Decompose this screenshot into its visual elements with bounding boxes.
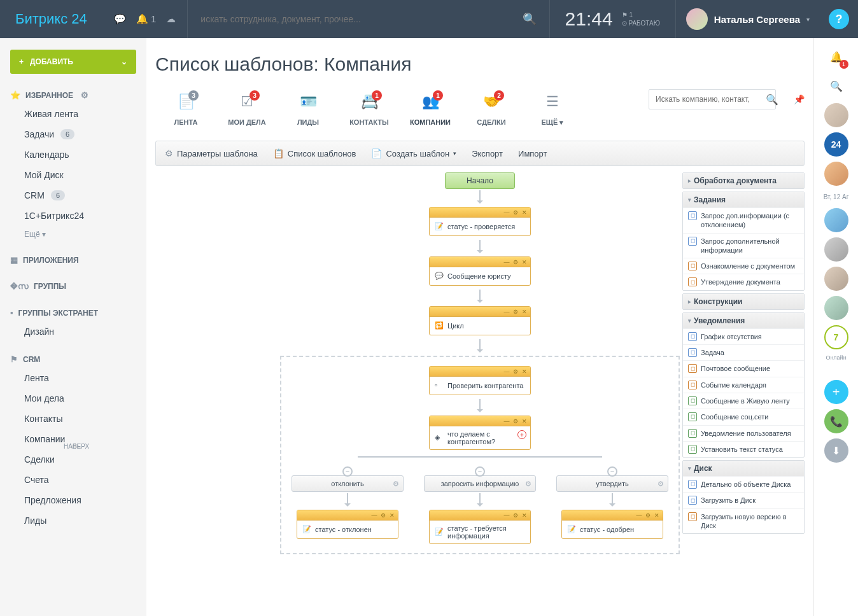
b24-icon[interactable]: 24: [824, 132, 848, 157]
notifications-icon[interactable]: 🔔1: [824, 45, 848, 69]
gear-icon[interactable]: ⚙: [512, 512, 519, 519]
bell-icon[interactable]: 🔔 1: [136, 13, 157, 25]
gear-icon[interactable]: ⚙: [512, 309, 519, 315]
workflow-node[interactable]: —⚙✕📝статус - требуется информация: [429, 510, 531, 544]
close-icon[interactable]: ✕: [521, 368, 528, 375]
workflow-node[interactable]: —⚙✕📝статус - отклонен: [297, 510, 398, 539]
gear-icon[interactable]: ⚙: [512, 418, 519, 424]
branch-remove-icon[interactable]: −: [475, 466, 485, 477]
toolbar-item[interactable]: Импорт: [518, 149, 547, 158]
sidebar-item[interactable]: Мой Диск: [0, 165, 146, 185]
palette-section-header[interactable]: ▾Уведомления: [683, 313, 804, 328]
user-menu[interactable]: Наталья Сергеева ▾: [676, 8, 820, 30]
condition-node[interactable]: —⚙✕◈что делаем с контрагентом?+: [429, 416, 531, 450]
workflow-node[interactable]: —⚙✕🔁Цикл: [429, 306, 531, 335]
sidebar-item[interactable]: Задачи6: [0, 124, 146, 144]
contact-avatar[interactable]: [824, 162, 848, 186]
add-branch-icon[interactable]: +: [517, 430, 526, 439]
crm-tab[interactable]: 🪪ЛИДЫ: [278, 89, 339, 131]
minimize-icon[interactable]: —: [503, 309, 510, 315]
branch-node[interactable]: утвердить⚙: [556, 475, 668, 492]
branch-node[interactable]: запросить информацию⚙: [424, 475, 536, 492]
logo[interactable]: Битрикс 24: [0, 11, 102, 27]
palette-section-header[interactable]: ▾Диск: [683, 461, 804, 476]
palette-item[interactable]: ◻Загрузить в Диск: [683, 492, 804, 508]
sidebar-item[interactable]: Лента: [0, 368, 146, 388]
crm-tab[interactable]: ☰ЕЩЁ ▾: [522, 89, 583, 131]
close-icon[interactable]: ✕: [521, 418, 528, 424]
crm-tab[interactable]: 👥КОМПАНИИ1: [400, 89, 461, 131]
palette-item[interactable]: ◻Уведомление пользователя: [683, 425, 804, 441]
add-button[interactable]: + ДОБАВИТЬ ⌄: [10, 50, 136, 74]
crm-tab[interactable]: ☑МОИ ДЕЛА3: [216, 89, 278, 131]
palette-section-header[interactable]: ▸Конструкции: [683, 294, 804, 309]
phone-icon[interactable]: 📞: [824, 409, 848, 433]
close-icon[interactable]: ✕: [521, 209, 528, 216]
sidebar-item[interactable]: Дизайн: [0, 321, 146, 342]
palette-item[interactable]: ◻Задача: [683, 344, 804, 360]
search-icon[interactable]: 🔍: [766, 94, 778, 106]
palette-item[interactable]: ◻График отсутствия: [683, 328, 804, 344]
close-icon[interactable]: ✕: [521, 512, 528, 519]
sidebar-item[interactable]: Предложения: [0, 490, 146, 510]
sidebar-section-title[interactable]: ⚑CRM: [0, 351, 146, 368]
contact-avatar[interactable]: [824, 267, 848, 291]
toolbar-item[interactable]: 📋Список шаблонов: [273, 148, 356, 158]
sidebar-item[interactable]: CRM6: [0, 185, 146, 206]
palette-item[interactable]: ◻Событие календаря: [683, 377, 804, 393]
branch-remove-icon[interactable]: −: [607, 466, 617, 477]
palette-item[interactable]: ◻Запрос доп.информации (с отклонением): [683, 207, 804, 233]
sidebar-item[interactable]: Контакты: [0, 409, 146, 429]
clock-widget[interactable]: 21:44 ⚑ 1 ⊙ РАБОТАЮ: [550, 8, 675, 30]
gear-icon[interactable]: ⚙: [81, 90, 88, 100]
minimize-icon[interactable]: —: [636, 512, 642, 519]
gear-icon[interactable]: ⚙: [393, 480, 399, 488]
gear-icon[interactable]: ⚙: [525, 480, 531, 488]
branch-node[interactable]: отклонить⚙: [292, 475, 404, 492]
sidebar-item[interactable]: Мои дела: [0, 388, 146, 409]
download-icon[interactable]: ⬇: [824, 438, 848, 463]
close-icon[interactable]: ✕: [521, 309, 528, 315]
contact-avatar[interactable]: [824, 103, 848, 127]
workflow-node[interactable]: —⚙✕📝статус - проверяется: [429, 207, 531, 236]
minimize-icon[interactable]: —: [503, 512, 510, 519]
gear-icon[interactable]: ⚙: [645, 512, 651, 519]
palette-section-header[interactable]: ▸Обработка документа: [683, 173, 804, 188]
sidebar-section-title[interactable]: ▦ПРИЛОЖЕНИЯ: [0, 251, 146, 269]
online-count[interactable]: 7: [824, 325, 848, 349]
search-input[interactable]: [200, 14, 516, 24]
palette-item[interactable]: ◻Утверждение документа: [683, 274, 804, 290]
minimize-icon[interactable]: —: [503, 418, 510, 424]
toolbar-item[interactable]: ⚙Параметры шаблона: [165, 148, 258, 158]
sidebar-section-title[interactable]: ▪ГРУППЫ ЭКСТРАНЕТ: [0, 304, 146, 321]
crm-search-input[interactable]: [649, 89, 776, 109]
sidebar-item[interactable]: 1С+Битрикс24: [0, 206, 146, 226]
back-to-top[interactable]: НАВЕРХ: [64, 443, 89, 450]
start-node[interactable]: Начало: [445, 172, 515, 189]
branch-remove-icon[interactable]: −: [342, 466, 353, 477]
minimize-icon[interactable]: —: [503, 209, 510, 216]
palette-item[interactable]: ◻Детально об объекте Диска: [683, 476, 804, 492]
cloud-icon[interactable]: ☁: [166, 13, 176, 25]
toolbar-item[interactable]: 📄Создать шаблон ▾: [371, 148, 456, 158]
gear-icon[interactable]: ⚙: [512, 368, 519, 375]
crm-tab[interactable]: 📇КОНТАКТЫ1: [339, 89, 400, 131]
crm-tab[interactable]: 🤝СДЕЛКИ2: [461, 89, 522, 131]
sidebar-section-title[interactable]: �സГРУППЫ: [0, 277, 146, 295]
palette-item[interactable]: ◻Ознакомление с документом: [683, 258, 804, 274]
palette-item[interactable]: ◻Запрос дополнительной информации: [683, 233, 804, 258]
contact-avatar[interactable]: [824, 296, 848, 320]
workflow-node[interactable]: —⚙✕💬Сообщение юристу: [429, 256, 531, 286]
minimize-icon[interactable]: —: [371, 512, 377, 519]
sidebar-more[interactable]: Ещё ▾: [0, 226, 146, 242]
palette-item[interactable]: ◻Почтовое сообщение: [683, 360, 804, 376]
sidebar-item[interactable]: Лиды: [0, 510, 146, 531]
palette-section-header[interactable]: ▾Задания: [683, 192, 804, 207]
add-icon[interactable]: +: [824, 380, 848, 404]
close-icon[interactable]: ✕: [654, 512, 660, 519]
sidebar-item[interactable]: Сделки: [0, 449, 146, 470]
search-icon[interactable]: 🔍: [824, 74, 848, 98]
palette-item[interactable]: ◻Загрузить новую версию в Диск: [683, 508, 804, 534]
sidebar-item[interactable]: Живая лента: [0, 104, 146, 124]
gear-icon[interactable]: ⚙: [512, 259, 519, 265]
